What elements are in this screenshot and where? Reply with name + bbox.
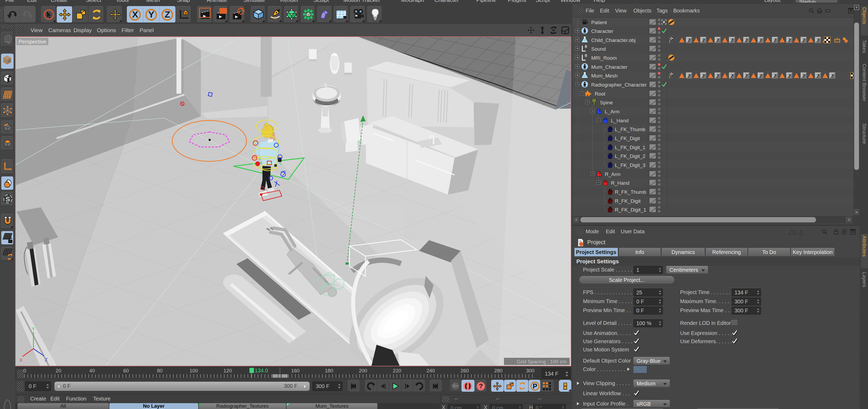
svg-text:Perspective: Perspective [19,39,46,44]
svg-text:160: 160 [291,368,300,373]
svg-text:134.0: 134.0 [255,368,268,373]
svg-text:60: 60 [123,368,129,373]
svg-text:0: 0 [23,368,26,373]
svg-text:P: P [533,382,537,390]
svg-text:?: ? [479,382,483,389]
svg-text:20: 20 [56,368,61,373]
svg-text:X: X [19,358,22,363]
svg-text:80: 80 [157,368,162,373]
svg-text:220: 220 [393,368,401,373]
svg-text:240: 240 [427,368,435,373]
svg-text:40: 40 [89,368,95,373]
svg-text:180: 180 [325,368,333,373]
svg-text:Y: Y [32,326,35,332]
svg-text:Grid Spacing : 100 cm: Grid Spacing : 100 cm [517,359,566,365]
svg-text:260: 260 [460,368,469,373]
svg-text:300: 300 [526,368,534,373]
svg-text:Z: Z [45,357,48,362]
svg-text:280: 280 [494,368,503,373]
svg-text:120: 120 [223,368,232,373]
svg-text:200: 200 [359,368,367,373]
svg-text:100: 100 [189,368,198,373]
svg-text:S: S [6,196,10,203]
